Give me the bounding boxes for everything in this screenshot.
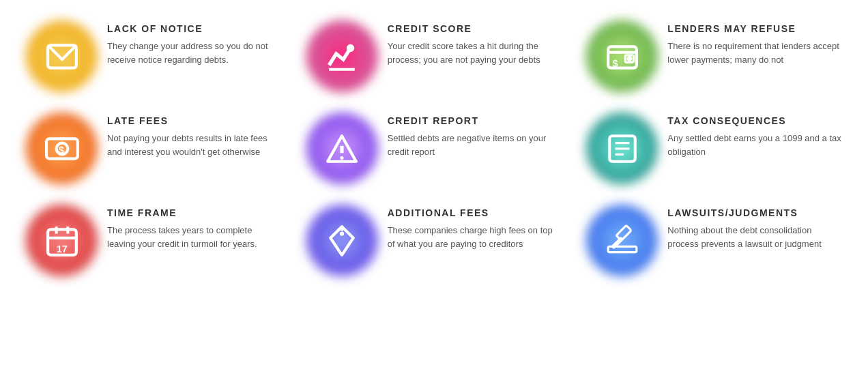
card-title-tax-consequences: TAX CONSEQUENCES — [667, 115, 842, 126]
card-desc-lack-of-notice: They change your address so you do not r… — [107, 40, 282, 67]
money-icon: $ — [45, 132, 79, 166]
envelope-icon — [45, 40, 79, 74]
svg-text:17: 17 — [56, 243, 67, 254]
card-text-time-frame: TIME FRAME The process takes years to co… — [107, 205, 282, 251]
calendar-icon: 17 — [45, 224, 79, 258]
card-desc-lenders-may-refuse: There is no requirement that lenders acc… — [667, 40, 842, 67]
card-title-late-fees: LATE FEES — [107, 115, 282, 126]
icon-blob-time-frame: 17 — [26, 205, 98, 276]
icon-blob-lack-of-notice — [26, 20, 98, 92]
svg-point-5 — [628, 57, 631, 60]
card-credit-report: CREDIT REPORT Settled debts are negative… — [301, 106, 568, 191]
card-title-lack-of-notice: LACK OF NOTICE — [107, 23, 282, 34]
gavel-icon — [605, 224, 639, 258]
card-text-lack-of-notice: LACK OF NOTICE They change your address … — [107, 20, 282, 67]
icon-blob-additional-fees — [306, 205, 378, 276]
card-desc-additional-fees: These companies charge high fees on top … — [388, 224, 562, 251]
card-late-fees: $ LATE FEES Not paying your debts result… — [20, 106, 287, 191]
card-desc-tax-consequences: Any settled debt earns you a 1099 and a … — [667, 132, 842, 159]
card-desc-credit-score: Your credit score takes a hit during the… — [388, 40, 562, 67]
card-text-additional-fees: ADDITIONAL FEES These companies charge h… — [388, 205, 562, 251]
warning-icon — [325, 132, 359, 166]
card-desc-lawsuits-judgments: Nothing about the debt consolidation pro… — [667, 224, 842, 251]
card-title-time-frame: TIME FRAME — [107, 207, 282, 218]
card-title-credit-report: CREDIT REPORT — [388, 115, 562, 126]
card-title-lawsuits-judgments: LAWSUITS/JUDGMENTS — [667, 207, 842, 218]
svg-text:$: $ — [58, 145, 63, 156]
chart-icon — [325, 40, 359, 74]
wallet-icon: $ — [605, 40, 639, 74]
card-time-frame: 17 TIME FRAME The process takes years to… — [20, 198, 287, 283]
tag-icon — [325, 224, 359, 258]
svg-point-23 — [340, 231, 344, 235]
svg-point-13 — [341, 156, 344, 160]
card-text-credit-score: CREDIT SCORE Your credit score takes a h… — [388, 20, 562, 67]
card-text-late-fees: LATE FEES Not paying your debts results … — [107, 113, 282, 159]
card-credit-score: CREDIT SCORE Your credit score takes a h… — [301, 14, 568, 99]
newspaper-icon — [605, 132, 639, 166]
card-lack-of-notice: LACK OF NOTICE They change your address … — [20, 14, 287, 99]
icon-blob-credit-score — [306, 20, 378, 92]
svg-point-1 — [347, 45, 353, 50]
icon-blob-lawsuits-judgments — [586, 205, 658, 276]
card-lawsuits-judgments: LAWSUITS/JUDGMENTS Nothing about the deb… — [581, 198, 848, 283]
card-desc-credit-report: Settled debts are negative items on your… — [388, 132, 562, 159]
card-additional-fees: ADDITIONAL FEES These companies charge h… — [301, 198, 568, 283]
icon-blob-tax-consequences — [586, 113, 658, 184]
icon-blob-credit-report — [306, 113, 378, 184]
card-text-lenders-may-refuse: LENDERS MAY REFUSE There is no requireme… — [667, 20, 842, 67]
card-text-credit-report: CREDIT REPORT Settled debts are negative… — [388, 113, 562, 159]
main-grid: LACK OF NOTICE They change your address … — [0, 0, 868, 297]
svg-rect-26 — [616, 225, 631, 240]
icon-blob-late-fees: $ — [26, 113, 98, 184]
card-text-lawsuits-judgments: LAWSUITS/JUDGMENTS Nothing about the deb… — [667, 205, 842, 251]
icon-blob-lenders-may-refuse: $ — [586, 20, 658, 92]
card-desc-time-frame: The process takes years to complete leav… — [107, 224, 282, 251]
card-title-credit-score: CREDIT SCORE — [388, 23, 562, 34]
card-title-additional-fees: ADDITIONAL FEES — [388, 207, 562, 218]
svg-text:$: $ — [612, 57, 618, 68]
card-lenders-may-refuse: $ LENDERS MAY REFUSE There is no require… — [581, 14, 848, 99]
card-title-lenders-may-refuse: LENDERS MAY REFUSE — [667, 23, 842, 34]
card-tax-consequences: TAX CONSEQUENCES Any settled debt earns … — [581, 106, 848, 191]
card-text-tax-consequences: TAX CONSEQUENCES Any settled debt earns … — [667, 113, 842, 159]
card-desc-late-fees: Not paying your debts results in late fe… — [107, 132, 282, 159]
